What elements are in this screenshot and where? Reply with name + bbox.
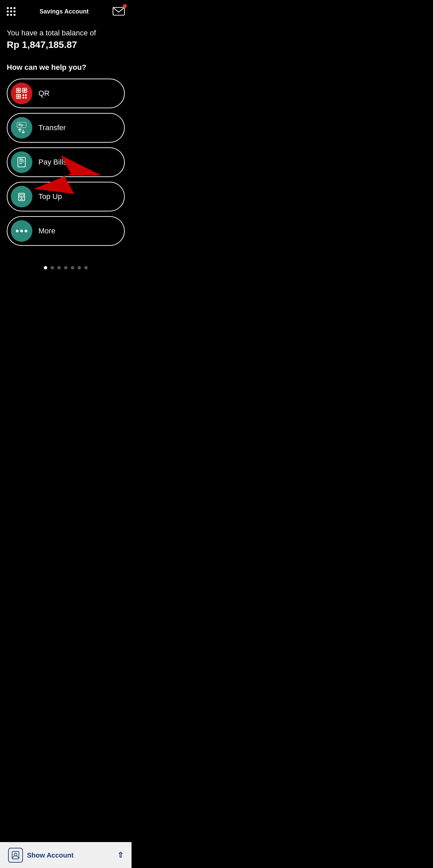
more-label: More (38, 227, 55, 235)
transfer-icon: Rp↑ (17, 122, 26, 133)
svg-text:Rp: Rp (20, 195, 23, 197)
help-title: How can we help you? (0, 63, 132, 72)
dot-4 (64, 266, 67, 269)
dot-3 (57, 266, 61, 269)
transfer-button[interactable]: Rp↑ Transfer (7, 113, 125, 143)
more-icon (16, 230, 27, 232)
transfer-icon-circle: Rp↑ (11, 117, 32, 139)
top-up-label: Top Up (38, 192, 62, 201)
svg-rect-9 (23, 97, 24, 98)
svg-rect-7 (23, 94, 24, 96)
header: Savings Account (0, 0, 132, 20)
qr-icon-circle (11, 83, 32, 104)
dot-7 (84, 266, 88, 269)
more-button[interactable]: More (7, 216, 125, 246)
dot-6 (78, 266, 81, 269)
balance-label: You have a total balance of (7, 28, 125, 38)
top-up-button[interactable]: Rp Top Up (7, 182, 125, 211)
balance-section: You have a total balance of Rp 1,847,185… (0, 20, 132, 54)
grid-menu-icon[interactable] (7, 7, 16, 16)
qr-button[interactable]: QR (7, 79, 125, 108)
more-icon-circle (11, 220, 32, 242)
svg-rect-6 (18, 95, 20, 97)
balance-amount: Rp 1,847,185.87 (7, 39, 125, 50)
dot-1 (44, 266, 47, 269)
dot-5 (71, 266, 74, 269)
actions-list: QR Rp↑ Transfer Rp (0, 72, 132, 246)
transfer-label: Transfer (38, 123, 66, 132)
mail-button[interactable] (113, 6, 125, 17)
dot-2 (51, 266, 54, 269)
page-title: Savings Account (39, 8, 88, 15)
qr-icon (15, 87, 28, 100)
mail-icon (113, 6, 125, 16)
mail-badge (123, 4, 127, 8)
svg-rect-10 (25, 97, 27, 98)
top-up-icon: Rp (16, 191, 28, 203)
pay-bills-icon: Rp (16, 156, 28, 168)
qr-label: QR (38, 89, 50, 98)
top-up-icon-circle: Rp (11, 186, 32, 207)
svg-rect-4 (24, 89, 26, 91)
pay-bills-label: Pay Bills (38, 158, 67, 167)
svg-rect-2 (18, 89, 20, 91)
pay-bills-button[interactable]: Rp Pay Bills (7, 147, 125, 177)
svg-rect-8 (25, 94, 27, 96)
pay-bills-icon-circle: Rp (11, 151, 32, 173)
svg-text:Rp: Rp (20, 158, 23, 161)
page-dots (0, 246, 132, 276)
